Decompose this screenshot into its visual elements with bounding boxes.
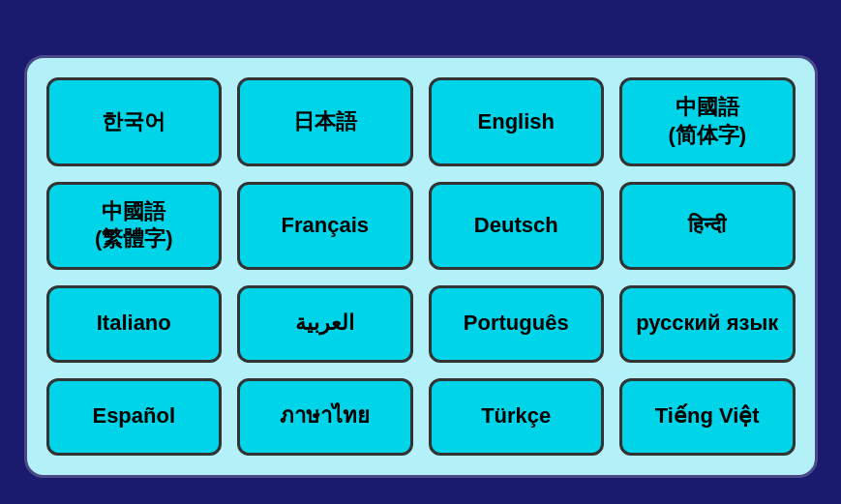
language-button-japanese[interactable]: 日本語 [237, 77, 413, 165]
language-button-chinese-simplified[interactable]: 中國語 (简体字) [619, 77, 796, 165]
language-selector-container: 한국어日本語English中國語 (简体字)中國語 (繁體字)FrançaisD… [24, 55, 818, 477]
language-button-arabic[interactable]: العربية‎ [237, 285, 413, 363]
language-button-german[interactable]: Deutsch [429, 182, 605, 270]
language-button-italian[interactable]: Italiano [46, 285, 223, 363]
language-grid: 한국어日本語English中國語 (简体字)中國語 (繁體字)FrançaisD… [46, 77, 796, 455]
language-button-portuguese[interactable]: Português [429, 285, 605, 363]
language-button-korean[interactable]: 한국어 [46, 77, 223, 165]
language-button-spanish[interactable]: Español [46, 378, 223, 456]
language-button-hindi[interactable]: हिन्दी [619, 182, 796, 270]
language-button-vietnamese[interactable]: Tiếng Việt [619, 378, 796, 456]
language-button-russian[interactable]: русский язык [619, 285, 796, 363]
language-button-turkish[interactable]: Türkçe [429, 378, 605, 456]
language-button-thai[interactable]: ภาษาไทย [237, 378, 413, 456]
language-button-french[interactable]: Français [237, 182, 413, 270]
language-button-english[interactable]: English [429, 77, 605, 165]
language-button-chinese-traditional[interactable]: 中國語 (繁體字) [46, 182, 223, 270]
